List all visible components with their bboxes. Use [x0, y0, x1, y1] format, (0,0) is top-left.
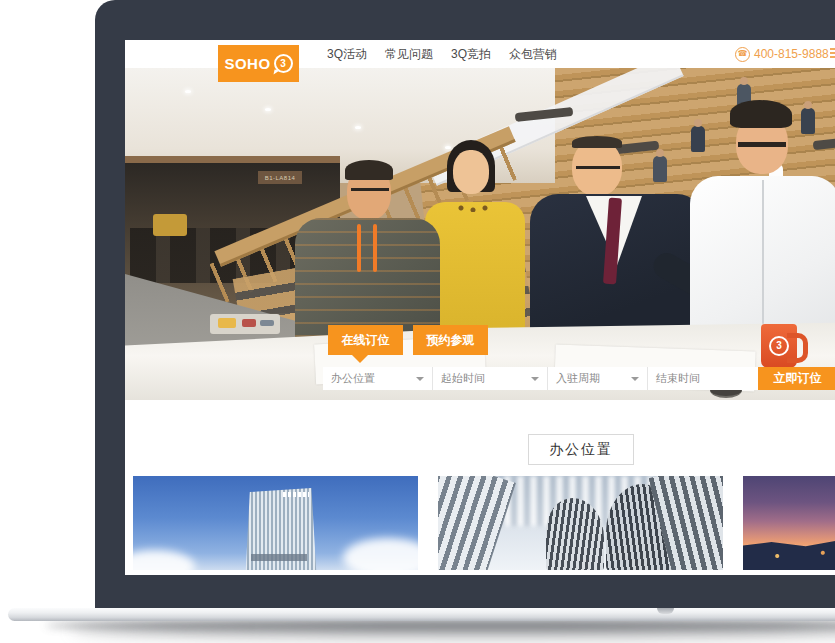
city-lights — [743, 548, 835, 564]
pencil-tray — [210, 314, 280, 334]
laptop-shadow-soft — [70, 623, 835, 639]
soho-3q-logo[interactable]: SOHO 3 — [218, 45, 299, 82]
tray-item — [218, 318, 236, 328]
hood-cord — [357, 224, 361, 272]
phone-icon: ☎ — [735, 47, 750, 62]
field-label: 结束时间 — [656, 371, 700, 386]
chevron-down-icon — [416, 377, 424, 381]
hero-photo: B1-LA814 — [125, 68, 835, 400]
glasses-icon — [738, 142, 786, 147]
main-nav: 3Q活动 常见问题 3Q竞拍 众包营销 — [327, 40, 557, 68]
tray-item — [260, 320, 274, 326]
chevron-down-icon — [631, 377, 639, 381]
glasses-icon — [351, 188, 389, 191]
laptop-lid-notch — [657, 608, 674, 614]
start-time-select[interactable]: 起始时间 — [433, 367, 548, 390]
header-phone: ☎ 400-815-9888 — [735, 40, 829, 68]
location-card-curved-towers[interactable] — [438, 476, 723, 570]
location-cards — [133, 476, 835, 570]
ceiling-light — [265, 108, 271, 111]
tab-book-online[interactable]: 在线订位 — [328, 325, 403, 355]
booking-form: 办公位置 起始时间 入驻周期 结束时间 立即订位 — [323, 367, 835, 390]
person-hoodie — [295, 160, 440, 350]
tray-item — [242, 319, 256, 327]
tab-book-visit[interactable]: 预约参观 — [413, 325, 488, 355]
nav-item-faq[interactable]: 常见问题 — [385, 46, 433, 63]
field-label: 办公位置 — [331, 371, 375, 386]
end-time-field[interactable]: 结束时间 — [648, 367, 758, 390]
person-yellow-sweater — [425, 140, 525, 340]
building-signage — [283, 492, 309, 497]
yellow-pod-chair — [153, 214, 187, 236]
location-card-sunset[interactable] — [743, 476, 835, 570]
nav-item-crowd-marketing[interactable]: 众包营销 — [509, 46, 557, 63]
locations-section: 办公位置 — [125, 400, 835, 575]
building-band — [251, 554, 307, 561]
laptop-screen: 3Q活动 常见问题 3Q竞拍 众包营销 ☎ 400-815-9888 SOHO … — [125, 40, 835, 575]
glasses-icon — [576, 166, 620, 169]
office-location-select[interactable]: 办公位置 — [323, 367, 433, 390]
hood-cord — [373, 224, 377, 272]
period-select[interactable]: 入驻周期 — [548, 367, 648, 390]
face — [453, 150, 489, 194]
chevron-down-icon — [531, 377, 539, 381]
mug-logo-badge: 3 — [769, 336, 789, 356]
ceiling-light — [185, 90, 191, 93]
yellow-sweater — [425, 202, 525, 340]
field-label: 起始时间 — [441, 371, 485, 386]
logo-text: SOHO — [224, 55, 270, 72]
shirt-placket — [762, 180, 764, 330]
book-now-button[interactable]: 立即订位 — [758, 367, 835, 390]
phone-number: 400-815-9888 — [754, 47, 829, 61]
hair-quiff — [730, 100, 792, 128]
logo-3q-badge-icon: 3 — [274, 54, 293, 73]
nav-item-3q-activities[interactable]: 3Q活动 — [327, 46, 367, 63]
nav-item-3q-auction[interactable]: 3Q竞拍 — [451, 46, 491, 63]
mug-handle — [787, 333, 808, 363]
ceiling-light — [355, 126, 361, 129]
necklace — [455, 204, 495, 212]
hair — [345, 160, 393, 180]
hair — [572, 136, 622, 148]
location-card-tower[interactable] — [133, 476, 418, 570]
active-tab-pointer — [352, 355, 368, 363]
soho-mug: 3 — [761, 324, 797, 368]
section-title: 办公位置 — [528, 434, 634, 465]
header-right-clipped-item — [830, 48, 835, 60]
website-viewport: 3Q活动 常见问题 3Q竞拍 众包营销 ☎ 400-815-9888 SOHO … — [125, 40, 835, 575]
field-label: 入驻周期 — [556, 371, 600, 386]
laptop-base — [8, 608, 835, 621]
